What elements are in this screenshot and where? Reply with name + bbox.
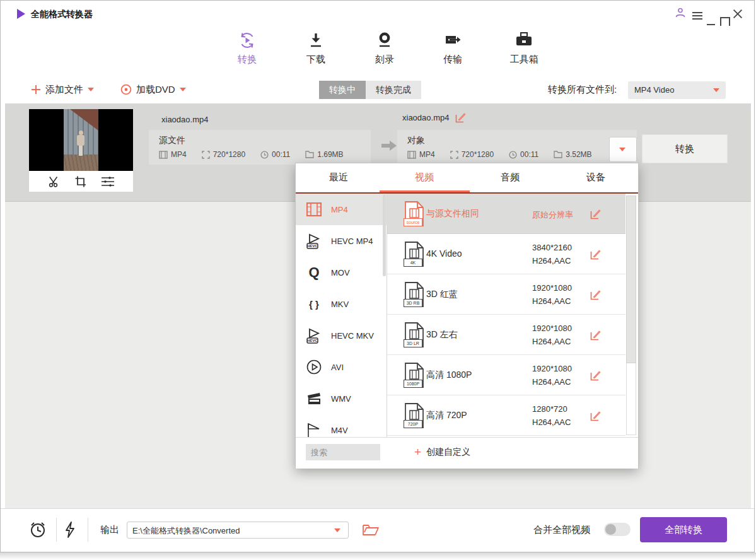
target-format-caret-icon [619,148,625,151]
convert-all-button[interactable]: 全部转换 [640,517,727,542]
thumbnail-image [29,109,133,171]
preset-same-as-source[interactable]: source 与源文件相同 原始分辨率 [387,194,625,234]
minimize-button[interactable] [707,8,718,20]
merge-all-toggle[interactable] [604,523,631,536]
source-format: MP4 [159,150,187,159]
trim-scissors-icon[interactable] [48,175,61,188]
tab-toolbox[interactable]: 工具箱 [497,31,550,66]
target-name-row: xiaodao.mp4 [402,112,466,123]
add-file-button[interactable]: 添加文件 [31,82,94,97]
film-icon [159,151,168,159]
format-list: MP4 HEVC HEVC MP4 Q MOV { } MKV HEVC HEV [296,194,387,437]
format-list-scrollbar[interactable] [383,194,386,276]
mp4-film-icon [306,201,322,218]
source-size: 1.69MB [305,150,343,159]
format-item-m4v[interactable]: M4V [296,414,387,437]
output-path-value: E:\全能格式转换器\Converted [132,525,240,537]
panel-tabs: 最近 视频 音频 设备 [296,163,638,192]
resolution-icon [202,151,210,159]
tab-convert[interactable]: 转换 [221,31,274,66]
output-path-select[interactable]: E:\全能格式转换器\Converted [127,522,349,539]
tab-finished[interactable]: 转换完成 [366,81,421,99]
tab-converting[interactable]: 转换中 [319,81,366,99]
edit-preset-icon[interactable] [590,209,601,219]
panel-tab-audio[interactable]: 音频 [467,172,553,184]
hevc-play-icon: HEVC [306,327,322,344]
download-icon [306,31,325,50]
edit-preset-icon[interactable] [590,370,601,381]
svg-text:HEVC: HEVC [307,244,318,248]
effects-sliders-icon[interactable] [101,175,115,188]
close-button[interactable] [733,9,742,18]
convert-all-to-label: 转换所有文件到: [548,84,617,96]
video-file-icon: 720P [404,403,425,428]
format-item-mp4[interactable]: MP4 [296,194,387,225]
format-item-hevc-mp4[interactable]: HEVC HEVC MP4 [296,225,387,257]
clock-icon [509,151,517,159]
tab-convert-label: 转换 [221,54,274,66]
target-resolution: 720*1280 [450,150,494,159]
output-format-select[interactable]: MP4 Video [628,81,726,99]
tab-transfer[interactable]: 传输 [426,31,479,66]
transfer-icon [443,31,462,50]
preset-3d-left-right[interactable]: 3D LR 3D 左右 1920*1080H264,AAC [387,315,625,355]
resolution-icon [450,151,458,159]
preset-hd-1080p[interactable]: 1080P 高清 1080P 1920*1080H264,AAC [387,355,625,395]
source-to-target-arrow-icon [381,139,397,153]
menu-icon[interactable] [692,10,704,21]
create-custom-button[interactable]: + 创建自定义 [414,446,470,458]
main-nav: 转换 下载 刻录 传输 [1,26,754,75]
video-file-icon: 1080P [404,363,425,388]
format-item-avi[interactable]: AVI [296,351,387,383]
app-title: 全能格式转换器 [31,9,93,20]
convert-row-button[interactable]: 转换 [642,134,728,163]
target-format-dropdown-button[interactable] [609,137,637,162]
format-item-hevc-mkv[interactable]: HEVC HEVC MKV [296,320,387,351]
open-folder-icon[interactable] [363,522,379,536]
panel-tab-video[interactable]: 视频 [381,172,467,184]
tab-toolbox-label: 工具箱 [497,54,550,66]
rename-edit-icon[interactable] [455,112,466,123]
preset-4k-video[interactable]: 4K 4K Video 3840*2160H264,AAC [387,234,625,274]
title-bar: 全能格式转换器 [1,1,754,26]
tab-download-label: 下载 [289,54,342,66]
tab-download[interactable]: 下载 [289,31,342,66]
edit-preset-icon[interactable] [590,330,601,341]
format-item-wmv[interactable]: WMV [296,383,387,414]
video-file-icon: 3D LR [404,322,425,347]
panel-tab-device[interactable]: 设备 [553,172,639,184]
load-dvd-label: 加载DVD [136,84,175,96]
merge-all-label: 合并全部视频 [533,524,590,536]
video-file-icon: 3D RB [404,282,425,307]
format-item-mkv[interactable]: { } MKV [296,288,387,320]
edit-preset-icon[interactable] [590,289,601,300]
format-item-mov[interactable]: Q MOV [296,257,387,288]
output-label: 输出 [100,524,119,536]
crop-icon[interactable] [74,175,87,188]
matroska-braces-icon: { } [306,296,322,312]
edit-preset-icon[interactable] [590,411,601,421]
panel-tab-recent[interactable]: 最近 [296,172,381,184]
account-icon[interactable] [675,7,686,18]
target-box-title: 对象 [407,135,425,146]
search-input[interactable] [306,444,380,460]
maximize-button[interactable] [720,8,731,20]
panel-footer: + 创建自定义 [296,437,638,469]
load-dvd-caret-icon [180,88,186,91]
svg-text:HEVC: HEVC [307,339,318,342]
toggle-knob [605,524,616,535]
tab-burn[interactable]: 刻录 [358,31,411,66]
load-dvd-button[interactable]: 加载DVD [120,82,186,97]
preset-hd-720p[interactable]: 720P 高清 720P 1280*720H264,AAC [387,395,625,436]
preset-list: source 与源文件相同 原始分辨率 4K 4K Video 3840*216… [387,194,625,437]
toolbar: 添加文件 加载DVD 转换中 转换完成 转换所有文件到: MP4 Video [1,75,754,103]
app-logo-icon [17,9,25,19]
preset-scrollbar-thumb[interactable] [626,195,636,363]
schedule-clock-icon[interactable] [28,520,47,539]
edit-preset-icon[interactable] [590,249,601,260]
video-file-icon: 4K [404,242,425,267]
divider [88,518,88,542]
preset-3d-red-blue[interactable]: 3D RB 3D 红蓝 1920*1080H264,AAC [387,274,625,315]
flag-icon [306,422,322,437]
high-speed-bolt-icon[interactable] [64,521,76,539]
